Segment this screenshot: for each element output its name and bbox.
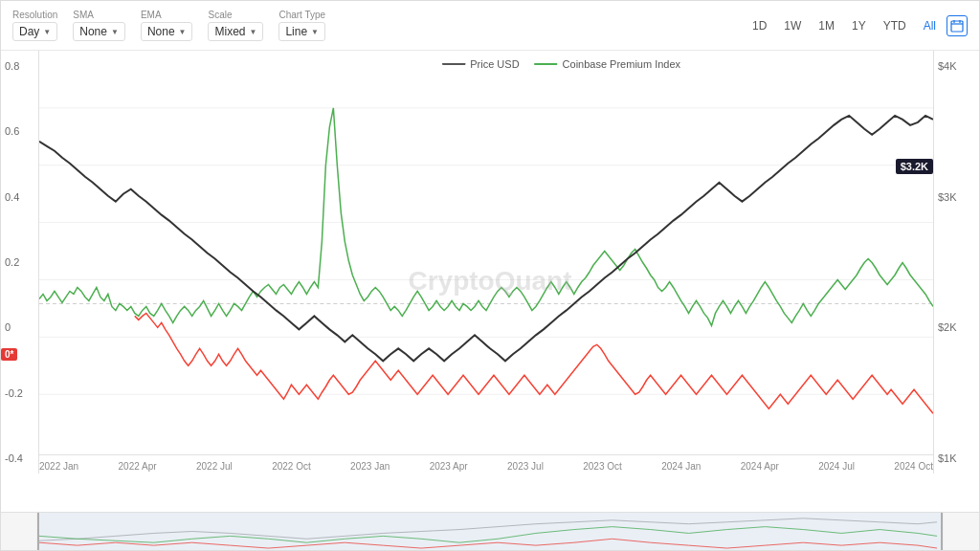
chart-type-value: Line [285,25,307,38]
x-label-11: 2024 Oct [894,461,933,472]
price-label: $3.2K [896,159,933,174]
ema-value: None [147,25,175,38]
y-right-2: $2K [938,321,975,333]
y-right-0: $4K [938,60,975,72]
x-label-2: 2022 Jul [196,461,233,472]
y-left-4: 0 [5,321,34,333]
x-label-4: 2023 Jan [350,461,390,472]
y-left-6: -0.4 [5,452,34,464]
legend-premium: Coinbase Premium Index [535,58,681,70]
legend-price: Price USD [442,58,519,70]
legend: Price USD Coinbase Premium Index [442,58,680,70]
scale-value: Mixed [214,25,245,38]
y-axis-right: $4K $3K $2K $1K [933,51,979,474]
resolution-select[interactable]: Day ▼ [12,22,57,41]
x-label-0: 2022 Jan [39,461,78,472]
chart-type-arrow: ▼ [311,28,319,36]
sma-label: SMA [73,10,125,20]
y-axis-left: 0.8 0.6 0.4 0.2 0 -0.2 -0.4 [1,51,39,474]
sma-group: SMA None ▼ [73,10,125,41]
x-label-6: 2023 Jul [507,461,544,472]
time-btn-1d[interactable]: 1D [746,16,773,35]
navigator [1,512,979,550]
chart-area: Price USD Coinbase Premium Index CryptoQ… [1,51,979,512]
ema-label: EMA [141,10,193,20]
x-label-9: 2024 Apr [741,461,779,472]
y-left-2: 0.4 [5,191,34,203]
ema-group: EMA None ▼ [141,10,193,41]
sma-select[interactable]: None ▼ [73,22,125,41]
x-label-10: 2024 Jul [818,461,855,472]
legend-premium-label: Coinbase Premium Index [563,58,681,70]
svg-rect-14 [39,513,941,550]
svg-rect-0 [951,21,963,32]
x-label-5: 2023 Apr [430,461,468,472]
scale-group: Scale Mixed ▼ [208,10,263,41]
x-label-7: 2023 Oct [583,461,622,472]
ema-arrow: ▼ [179,28,187,36]
legend-price-label: Price USD [470,58,519,70]
resolution-arrow: ▼ [43,28,51,36]
svg-rect-13 [941,513,943,550]
navigator-svg [1,513,979,550]
y-right-1: $3K [938,191,975,203]
y-right-3: $1K [938,452,975,464]
scale-select[interactable]: Mixed ▼ [208,22,263,41]
toolbar: Resolution Day ▼ SMA None ▼ EMA None ▼ S… [1,1,979,51]
chart-svg [39,51,933,461]
time-buttons: 1D 1W 1M 1Y YTD All [746,15,968,36]
scale-arrow: ▼ [250,28,257,36]
legend-premium-line [535,63,558,65]
y-left-1: 0.6 [5,125,34,137]
x-label-3: 2022 Oct [272,461,311,472]
calendar-icon[interactable] [947,15,968,36]
chart-type-label: Chart Type [278,10,325,20]
sma-arrow: ▼ [111,28,119,36]
scale-label: Scale [208,10,263,20]
sma-value: None [79,25,107,38]
y-left-3: 0.2 [5,256,34,268]
legend-price-line [442,63,465,65]
zero-label: 0* [1,348,17,361]
svg-rect-12 [37,513,39,550]
main-container: Resolution Day ▼ SMA None ▼ EMA None ▼ S… [0,0,980,551]
x-label-8: 2024 Jan [661,461,701,472]
resolution-group: Resolution Day ▼ [12,10,57,41]
time-btn-ytd[interactable]: YTD [877,16,913,35]
x-label-1: 2022 Apr [119,461,157,472]
time-btn-1y[interactable]: 1Y [845,16,873,35]
y-left-0: 0.8 [5,60,34,72]
time-btn-1m[interactable]: 1M [812,16,841,35]
x-axis: 2022 Jan 2022 Apr 2022 Jul 2022 Oct 2023… [39,454,933,474]
chart-type-select[interactable]: Line ▼ [278,22,325,41]
resolution-label: Resolution [12,10,57,20]
resolution-value: Day [19,25,39,38]
time-btn-1w[interactable]: 1W [777,16,808,35]
ema-select[interactable]: None ▼ [141,22,193,41]
chart-type-group: Chart Type Line ▼ [278,10,325,41]
time-btn-all[interactable]: All [917,16,943,35]
y-left-5: -0.2 [5,387,34,399]
